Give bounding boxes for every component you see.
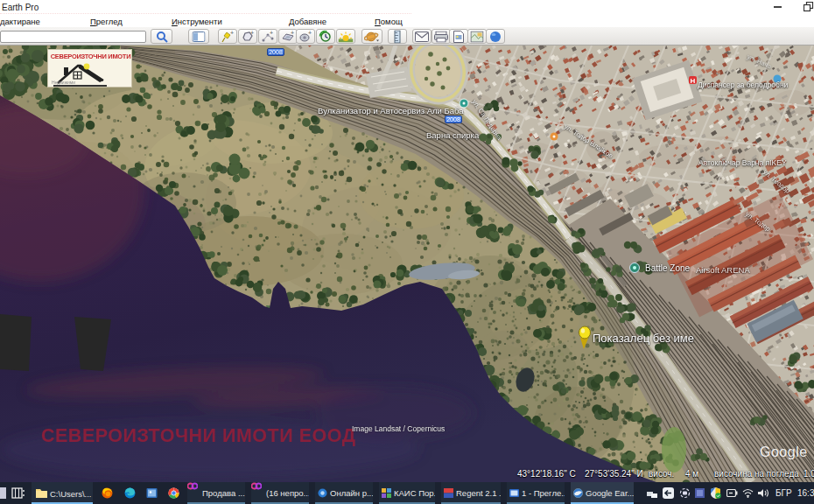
- svg-text:+: +: [250, 31, 254, 36]
- svg-text:H: H: [691, 77, 696, 85]
- svg-text:+: +: [308, 31, 312, 36]
- svg-text:Недвижими: Недвижими: [52, 80, 75, 85]
- svg-text:+: +: [291, 31, 294, 36]
- svg-text:+: +: [230, 31, 234, 36]
- svg-text:+: +: [270, 31, 273, 36]
